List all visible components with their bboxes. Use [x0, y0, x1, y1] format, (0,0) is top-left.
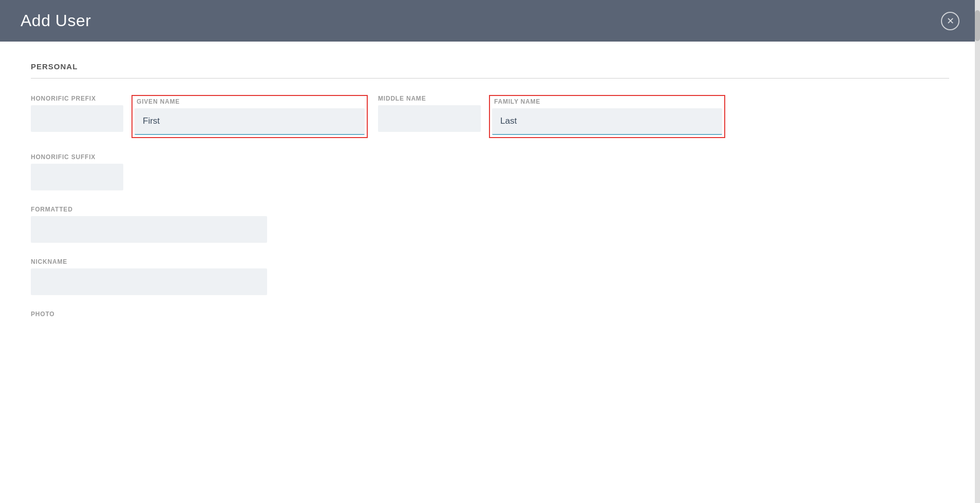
honorific-prefix-field: HONORIFIC PREFIX [31, 95, 123, 132]
given-name-wrapper: GIVEN NAME [131, 95, 368, 138]
name-row-1: HONORIFIC PREFIX GIVEN NAME MIDDLE NAME [31, 95, 949, 138]
add-user-modal: Add User ✕ PERSONAL HONORIFIC PREFIX GIV… [0, 0, 980, 503]
section-divider [31, 78, 949, 79]
formatted-label: FORMATTED [31, 206, 267, 213]
photo-field: PHOTO [31, 311, 267, 318]
scrollbar[interactable] [975, 0, 980, 503]
name-row-2: HONORIFIC SUFFIX [31, 153, 949, 190]
formatted-row: FORMATTED [31, 206, 949, 243]
nickname-input[interactable] [31, 268, 267, 295]
personal-section: PERSONAL HONORIFIC PREFIX GIVEN NAME [31, 62, 949, 318]
middle-name-input[interactable] [378, 105, 481, 132]
family-name-field: FAMILY NAME [492, 98, 722, 135]
honorific-suffix-input[interactable] [31, 164, 123, 190]
given-name-label: GIVEN NAME [135, 98, 365, 105]
photo-row: PHOTO [31, 311, 949, 318]
nickname-label: NICKNAME [31, 258, 267, 265]
honorific-suffix-field: HONORIFIC SUFFIX [31, 153, 123, 190]
formatted-field: FORMATTED [31, 206, 267, 243]
family-name-input[interactable] [492, 108, 722, 135]
modal-title: Add User [21, 11, 91, 30]
nickname-field: NICKNAME [31, 258, 267, 295]
middle-name-label: MIDDLE NAME [378, 95, 481, 102]
given-name-input[interactable] [135, 108, 365, 135]
honorific-suffix-label: HONORIFIC SUFFIX [31, 153, 123, 161]
close-button[interactable]: ✕ [941, 12, 959, 30]
family-name-wrapper: FAMILY NAME [489, 95, 725, 138]
scrollbar-thumb[interactable] [975, 10, 980, 41]
section-title-personal: PERSONAL [31, 62, 949, 71]
modal-header: Add User ✕ [0, 0, 980, 42]
family-name-label: FAMILY NAME [492, 98, 722, 105]
middle-name-field: MIDDLE NAME [378, 95, 481, 132]
photo-label: PHOTO [31, 311, 267, 318]
formatted-input[interactable] [31, 216, 267, 243]
modal-body: PERSONAL HONORIFIC PREFIX GIVEN NAME [0, 42, 980, 503]
honorific-prefix-input[interactable] [31, 105, 123, 132]
given-name-field: GIVEN NAME [135, 98, 365, 135]
honorific-prefix-label: HONORIFIC PREFIX [31, 95, 123, 102]
nickname-row: NICKNAME [31, 258, 949, 295]
